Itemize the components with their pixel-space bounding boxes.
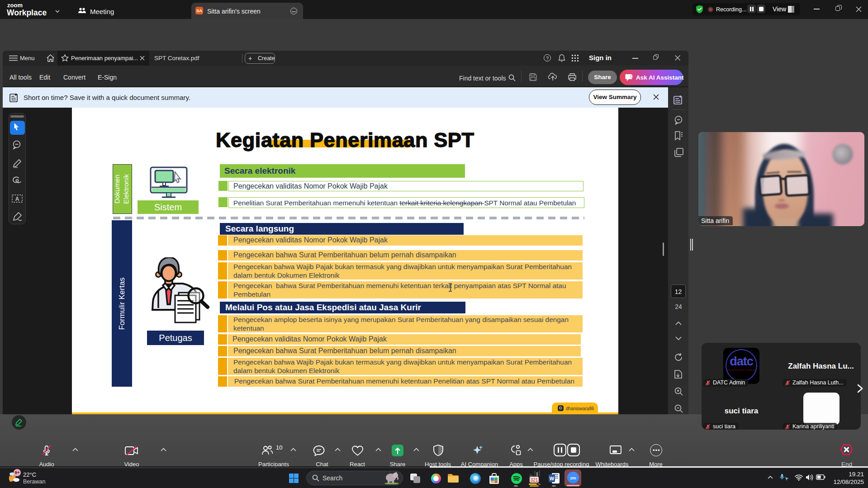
- svg-text:321: 321: [531, 478, 538, 483]
- svg-text:A: A: [15, 196, 19, 202]
- svg-text:W: W: [550, 476, 555, 481]
